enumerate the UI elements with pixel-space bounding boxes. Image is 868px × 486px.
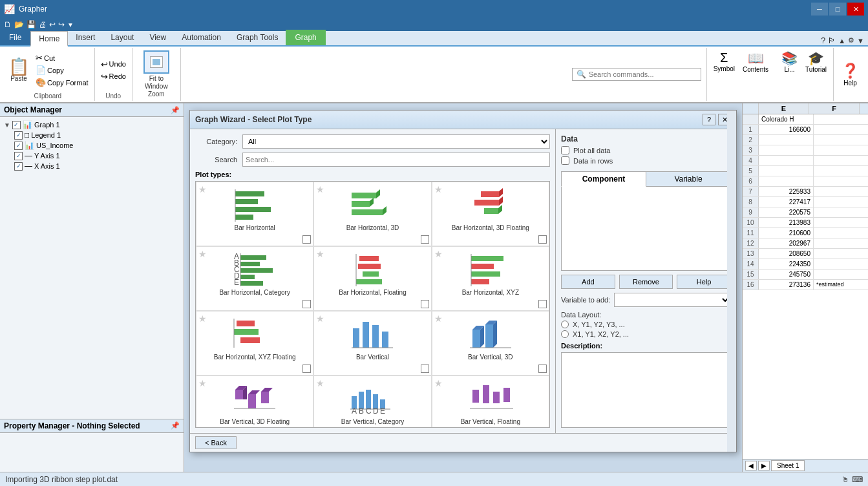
tab-graph[interactable]: Graph: [286, 30, 325, 45]
collapse-icon[interactable]: ▼: [857, 37, 864, 45]
fit-to-window-button[interactable]: Fit to Window Zoom: [138, 49, 175, 100]
plot-cell-bar-horizontal-floating[interactable]: ★ Bar Horizontal, Floating: [313, 246, 431, 311]
category-select[interactable]: All: [242, 134, 550, 149]
sheet-prev-btn[interactable]: ◀: [745, 461, 757, 470]
cell-e-8[interactable]: 227417: [759, 197, 814, 207]
bar-horizontal-3d-checkbox[interactable]: [421, 235, 429, 244]
star-bar-horizontal-3d[interactable]: ★: [316, 184, 324, 195]
cell-e-header[interactable]: Colorado H: [759, 114, 814, 124]
qa-print[interactable]: 🖨: [39, 20, 47, 29]
bar-horizontal-3d-floating-checkbox[interactable]: [538, 235, 547, 244]
tutorial-btn[interactable]: 🎓 Tutorial: [803, 49, 829, 100]
radio1[interactable]: [561, 321, 569, 328]
star-bar-horizontal-floating[interactable]: ★: [316, 249, 324, 259]
cell-e-15[interactable]: 245750: [759, 269, 814, 279]
bar-vertical-3d-checkbox[interactable]: [538, 364, 547, 373]
cell-e-13[interactable]: 208650: [759, 249, 814, 259]
tree-item-graph1[interactable]: ▼ ✓ 📊 Graph 1: [3, 120, 181, 130]
data-help-button[interactable]: Help: [677, 275, 731, 289]
bar-horizontal-floating-checkbox[interactable]: [421, 300, 429, 308]
cell-f-12[interactable]: [814, 238, 868, 248]
cell-f-8[interactable]: [814, 197, 868, 207]
sheet-next-btn[interactable]: ▶: [758, 461, 770, 470]
dock-icon[interactable]: 📌: [171, 106, 180, 114]
library-btn[interactable]: 📚 Li...: [779, 49, 800, 100]
star-bar-vertical-category[interactable]: ★: [316, 378, 324, 388]
sheet-tab-1[interactable]: Sheet 1: [771, 460, 805, 471]
tree-item-usincome[interactable]: ✓ 📊 US_Income: [3, 140, 181, 151]
plot-all-data-checkbox[interactable]: [561, 146, 569, 154]
cell-f-16[interactable]: *estimated: [814, 280, 868, 290]
cell-f-header[interactable]: [814, 114, 868, 124]
cell-e-12[interactable]: 202967: [759, 238, 814, 248]
star-bar-vertical-3d-floating[interactable]: ★: [198, 378, 207, 388]
tab-file[interactable]: File: [0, 30, 30, 45]
star-bar-horizontal-xyz-floating[interactable]: ★: [198, 313, 207, 324]
settings-icon[interactable]: ⚙: [848, 36, 854, 45]
maximize-btn[interactable]: □: [829, 3, 846, 16]
cell-f-9[interactable]: [814, 207, 868, 217]
tab-home[interactable]: Home: [30, 31, 68, 47]
cell-e-9[interactable]: 220575: [759, 207, 814, 217]
cell-e-2[interactable]: [759, 135, 814, 145]
bar-horizontal-category-checkbox[interactable]: [302, 300, 311, 308]
bar-horizontal-xyz-floating-checkbox[interactable]: [302, 364, 311, 373]
cell-f-11[interactable]: [814, 228, 868, 238]
star-bar-horizontal-category[interactable]: ★: [198, 249, 207, 259]
star-bar-horizontal-xyz[interactable]: ★: [434, 249, 443, 259]
star-bar-horizontal[interactable]: ★: [198, 184, 207, 195]
plot-cell-bar-horizontal-3d-floating[interactable]: ★ Bar Horizontal,: [432, 182, 549, 246]
tree-item-yaxis1[interactable]: ✓ — Y Axis 1: [3, 151, 181, 161]
copy-format-button[interactable]: 🎨 Copy Format: [34, 77, 90, 88]
qa-more[interactable]: ▼: [67, 21, 74, 28]
variable-to-add-select[interactable]: [614, 293, 731, 307]
add-button[interactable]: Add: [561, 275, 615, 289]
qa-undo[interactable]: ↩: [49, 20, 56, 29]
radio2[interactable]: [561, 330, 569, 338]
paste-button[interactable]: 📋 Paste: [5, 56, 32, 84]
plot-cell-bar-horizontal-xyz[interactable]: ★ Bar Horizontal, XYZ: [432, 246, 549, 311]
undo-button[interactable]: ↩ Undo: [99, 59, 128, 70]
plot-cell-bar-horizontal[interactable]: ★ Bar Horizontal: [196, 182, 313, 246]
star-bar-vertical-floating[interactable]: ★: [434, 378, 443, 388]
cell-f-2[interactable]: [814, 135, 868, 145]
component-tab[interactable]: Component: [561, 171, 646, 187]
star-bar-vertical[interactable]: ★: [316, 313, 324, 324]
bar-vertical-checkbox[interactable]: [421, 364, 429, 373]
tab-view[interactable]: View: [142, 30, 174, 45]
bar-horizontal-xyz-checkbox[interactable]: [538, 300, 547, 308]
variable-tab[interactable]: Variable: [646, 171, 731, 187]
tab-graph-tools[interactable]: Graph Tools: [229, 30, 286, 45]
qa-redo[interactable]: ↪: [58, 20, 65, 29]
qa-save[interactable]: 💾: [26, 20, 36, 29]
cell-e-1[interactable]: 166600: [759, 125, 814, 134]
expand-icon[interactable]: ▲: [838, 37, 845, 45]
plot-cell-bar-vertical[interactable]: ★ Bar Vertical: [313, 311, 431, 375]
plot-cell-bar-vertical-3d[interactable]: ★: [432, 311, 549, 375]
redo-button[interactable]: ↪ Redo: [99, 71, 128, 82]
cell-f-13[interactable]: [814, 249, 868, 259]
prop-dock-icon[interactable]: 📌: [171, 421, 180, 430]
cell-e-16[interactable]: 273136: [759, 280, 814, 290]
cell-f-7[interactable]: [814, 187, 868, 196]
help-btn[interactable]: ❓ Help: [838, 61, 863, 88]
plot-cell-bar-vertical-floating[interactable]: ★ Bar Vertical, Floating: [432, 375, 549, 428]
plot-search-input[interactable]: [242, 153, 550, 167]
data-in-rows-checkbox[interactable]: [561, 156, 569, 165]
cell-f-1[interactable]: [814, 125, 868, 134]
cell-f-15[interactable]: [814, 269, 868, 279]
cell-f-10[interactable]: [814, 218, 868, 227]
cell-f-14[interactable]: [814, 259, 868, 269]
cell-e-7[interactable]: 225933: [759, 187, 814, 196]
tab-layout[interactable]: Layout: [103, 30, 142, 45]
bar-horizontal-checkbox[interactable]: [302, 235, 311, 244]
minimize-btn[interactable]: ─: [811, 3, 828, 16]
contents-btn[interactable]: 📖 Contents: [740, 49, 771, 100]
close-btn[interactable]: ✕: [847, 3, 864, 16]
plot-cell-bar-horizontal-3d[interactable]: ★ Bar Horizontal,: [313, 182, 431, 246]
tree-item-xaxis1[interactable]: ✓ — X Axis 1: [3, 161, 181, 171]
dialog-back-btn[interactable]: < Back: [195, 436, 237, 449]
symbol-btn[interactable]: Σ Symbol: [711, 49, 737, 100]
star-bar-horizontal-3d-floating[interactable]: ★: [434, 184, 443, 195]
search-input[interactable]: [589, 70, 692, 78]
